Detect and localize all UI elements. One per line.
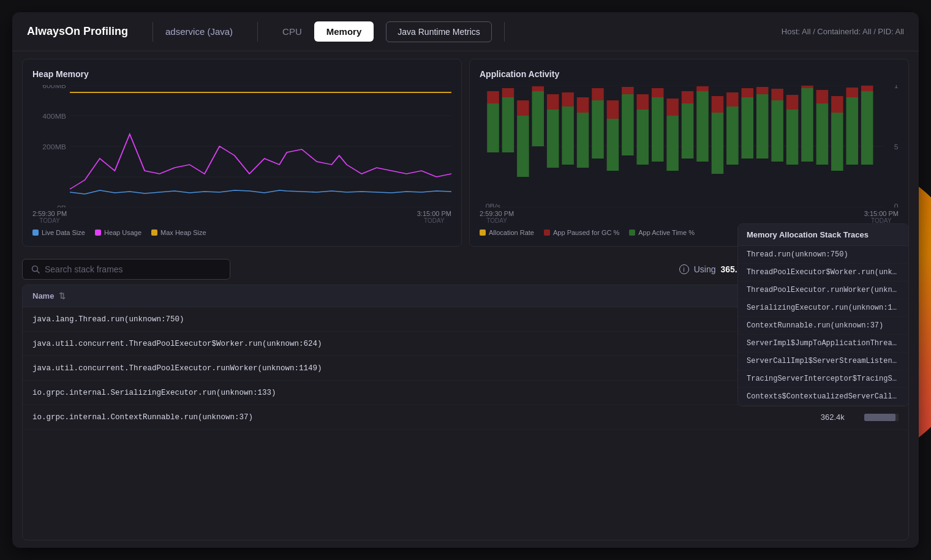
activity-panel: Application Activity xyxy=(469,59,909,247)
legend-dot-gc xyxy=(544,230,550,236)
svg-rect-17 xyxy=(517,116,529,177)
svg-rect-21 xyxy=(547,110,559,168)
heap-chart-area: 600MB 400MB 200MB 0B xyxy=(32,85,451,207)
tab-memory[interactable]: Memory xyxy=(314,21,374,42)
side-panel-item-4[interactable]: ContextRunnable.run(unknown:37) xyxy=(738,317,908,335)
side-panel-item-7[interactable]: TracingServerInterceptor$TracingServer xyxy=(738,370,908,388)
legend-label-live: Live Data Size xyxy=(42,229,85,236)
svg-rect-52 xyxy=(771,89,783,100)
heap-x-start-time: 2:59:30 PM xyxy=(32,210,67,217)
svg-rect-37 xyxy=(666,116,679,171)
svg-rect-15 xyxy=(502,97,514,152)
legend-gc-paused: App Paused for GC % xyxy=(544,229,619,236)
cell-name-0: java.lang.Thread.run(unknown:750) xyxy=(23,307,666,332)
legend-label-active: App Active Time % xyxy=(638,229,695,236)
cell-name-1: java.util.concurrent.ThreadPoolExecutor$… xyxy=(23,332,666,356)
host-info: Host: All / ContainerId: All / PID: All xyxy=(782,27,904,36)
svg-rect-16 xyxy=(502,88,514,97)
svg-rect-35 xyxy=(652,97,664,162)
svg-rect-50 xyxy=(756,87,769,94)
using-label: Using xyxy=(694,264,716,274)
svg-rect-49 xyxy=(756,94,769,159)
col-name: Name ⇅ xyxy=(23,285,666,307)
svg-text:0B: 0B xyxy=(57,205,66,207)
svg-rect-48 xyxy=(742,88,754,97)
legend-dot-active xyxy=(629,230,635,236)
side-panel-header: Memory Allocation Stack Traces xyxy=(738,224,908,246)
heap-x-start-day: TODAY xyxy=(32,217,67,224)
svg-text:50%: 50% xyxy=(894,144,899,151)
svg-rect-44 xyxy=(712,96,724,113)
svg-rect-57 xyxy=(816,103,829,165)
search-input[interactable] xyxy=(45,264,221,274)
activity-x-start-day: TODAY xyxy=(480,217,514,224)
cell-name-4: io.grpc.internal.ContextRunnable.run(unk… xyxy=(23,405,666,430)
header-divider xyxy=(153,22,153,42)
legend-dot-heap xyxy=(95,230,101,236)
activity-x-start-time: 2:59:30 PM xyxy=(480,210,514,217)
svg-rect-58 xyxy=(816,90,829,103)
svg-rect-24 xyxy=(562,92,574,106)
svg-rect-41 xyxy=(696,91,709,162)
svg-rect-36 xyxy=(652,88,664,97)
side-panel-item-0[interactable]: Thread.run(unknown:750) xyxy=(738,246,908,264)
svg-text:400MB: 400MB xyxy=(42,113,66,120)
service-label: adservice (Java) xyxy=(165,26,233,37)
svg-rect-51 xyxy=(771,100,783,162)
tab-cpu[interactable]: CPU xyxy=(270,21,314,42)
svg-rect-22 xyxy=(547,94,559,110)
svg-rect-39 xyxy=(682,103,694,159)
side-panel-item-6[interactable]: ServerCallImpl$ServerStreamListenerIm xyxy=(738,353,908,370)
svg-text:0%: 0% xyxy=(894,203,899,207)
svg-rect-46 xyxy=(726,92,739,106)
svg-line-70 xyxy=(37,271,40,274)
svg-rect-13 xyxy=(487,103,499,152)
svg-rect-31 xyxy=(622,94,634,155)
legend-dot-alloc xyxy=(480,230,486,236)
activity-chart-svg: 100% 50% 0% 0B/s xyxy=(480,85,899,207)
main-container: AlwaysOn Profiling adservice (Java) CPU … xyxy=(12,12,919,548)
svg-rect-40 xyxy=(682,91,694,103)
heap-memory-panel: Heap Memory 600MB 400MB 200MB 0B xyxy=(22,59,462,247)
table-row[interactable]: io.grpc.internal.ContextRunnable.run(unk… xyxy=(23,405,908,430)
bar-fill-4 xyxy=(864,414,895,421)
side-panel-item-2[interactable]: ThreadPoolExecutor.runWorker(unknown xyxy=(738,282,908,299)
cell-name-2: java.util.concurrent.ThreadPoolExecutor.… xyxy=(23,356,666,381)
header: AlwaysOn Profiling adservice (Java) CPU … xyxy=(12,12,919,51)
svg-rect-28 xyxy=(592,88,604,100)
heap-x-end-time: 3:15:00 PM xyxy=(417,210,451,217)
svg-text:200MB: 200MB xyxy=(42,144,66,151)
activity-x-labels: 2:59:30 PM TODAY 3:15:00 PM TODAY xyxy=(480,210,899,224)
legend-dot-max xyxy=(151,230,157,236)
svg-rect-26 xyxy=(577,97,589,113)
legend-live-data: Live Data Size xyxy=(32,229,85,236)
header-divider-3 xyxy=(504,22,505,42)
svg-rect-59 xyxy=(831,113,843,171)
svg-rect-43 xyxy=(712,113,724,174)
side-panel-item-1[interactable]: ThreadPoolExecutor$Worker.run(unknow xyxy=(738,264,908,282)
legend-dot-live xyxy=(32,230,39,236)
svg-rect-54 xyxy=(786,95,799,110)
svg-rect-56 xyxy=(801,86,813,88)
svg-rect-32 xyxy=(622,87,634,94)
heap-x-labels: 2:59:30 PM TODAY 3:15:00 PM TODAY xyxy=(32,210,451,224)
svg-rect-23 xyxy=(562,106,574,165)
svg-rect-27 xyxy=(592,100,604,159)
svg-rect-30 xyxy=(607,100,619,119)
cell-name-3: io.grpc.internal.SerializingExecutor.run… xyxy=(23,381,666,405)
svg-rect-14 xyxy=(487,91,499,103)
search-box xyxy=(22,259,230,280)
legend-active-time: App Active Time % xyxy=(629,229,695,236)
legend-max-heap: Max Heap Size xyxy=(151,229,206,236)
side-panel-item-8[interactable]: Contexts$ContextualizedServerCallListe xyxy=(738,388,908,406)
svg-rect-62 xyxy=(846,88,859,97)
legend-label-heap: Heap Usage xyxy=(104,229,141,236)
side-panel-item-5[interactable]: ServerImpl$JumpToApplicationThreadSe xyxy=(738,335,908,353)
bar-container-4 xyxy=(864,414,899,421)
runtime-metrics-button[interactable]: Java Runtime Metrics xyxy=(386,21,492,42)
side-panel-item-3[interactable]: SerializingExecutor.run(unknown:133) xyxy=(738,299,908,317)
tab-group: CPU Memory xyxy=(270,21,374,42)
search-icon xyxy=(31,265,40,274)
svg-rect-18 xyxy=(517,100,529,116)
svg-rect-47 xyxy=(742,97,754,159)
